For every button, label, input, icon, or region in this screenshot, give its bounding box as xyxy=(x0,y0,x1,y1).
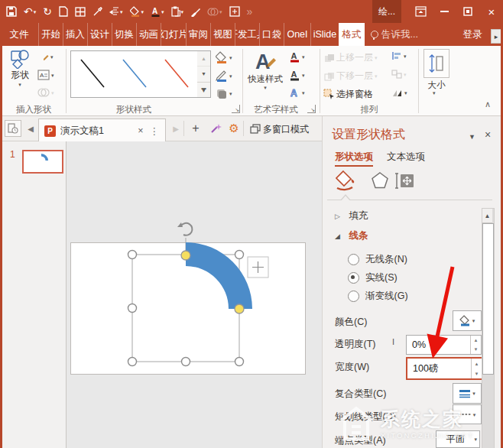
rotate-objects-button[interactable]: ▾ xyxy=(391,88,407,98)
tab-home[interactable]: 开始 xyxy=(38,23,63,46)
paste-icon[interactable]: ▾ xyxy=(171,6,184,17)
radio-no-line[interactable] xyxy=(348,254,359,265)
effects-icon[interactable] xyxy=(371,171,389,192)
tab-view[interactable]: 视图 xyxy=(210,23,235,46)
tab-developer[interactable]: 开发工具 xyxy=(235,23,259,46)
radio-solid-line[interactable] xyxy=(348,272,359,284)
gallery-more-icon[interactable]: ▬▼ xyxy=(197,83,210,97)
tab-design[interactable]: 设计 xyxy=(87,23,112,46)
send-backward-button[interactable]: 下移一层▾ xyxy=(324,70,378,83)
document-tab[interactable]: P 演示文稿1 × ⋮ xyxy=(38,118,166,142)
multi-window-label[interactable]: 多窗口模式 xyxy=(263,123,309,136)
gallery-scroll-down-icon[interactable]: ▼ xyxy=(197,67,210,82)
qat-more-icon[interactable]: » xyxy=(247,6,253,17)
edit-shape-button[interactable]: ▾ xyxy=(37,51,54,63)
bring-forward-button[interactable]: 上移一层▾ xyxy=(324,51,378,64)
fill-and-line-icon[interactable] xyxy=(336,170,358,193)
line-color-button[interactable]: ▾ xyxy=(453,310,482,331)
tab-transitions[interactable]: 切换 xyxy=(112,23,136,46)
font-color-icon[interactable]: A▾ xyxy=(151,6,164,17)
close-button[interactable]: × xyxy=(485,5,498,18)
text-outline-button[interactable]: A▾ xyxy=(289,69,305,81)
shape-fill-button[interactable]: ▾ xyxy=(216,51,232,63)
tab-scroll-left-icon[interactable]: ◀ xyxy=(23,121,38,136)
tab-onei[interactable]: OneI xyxy=(284,23,310,46)
collapse-arrow-line-icon[interactable]: ◢ xyxy=(335,232,340,240)
gallery-scroll-up-icon[interactable]: ▲ xyxy=(197,51,210,67)
pane-menu-caret-icon[interactable]: ▼ xyxy=(469,133,475,141)
resize-handle-se[interactable] xyxy=(235,358,244,366)
resize-handle-ne[interactable] xyxy=(235,251,244,259)
tab-koudai[interactable]: 口袋 xyxy=(259,23,284,46)
text-fill-button[interactable]: A▾ xyxy=(289,50,305,63)
tab-insert[interactable]: 插入 xyxy=(63,23,87,46)
adjust-handle-start[interactable] xyxy=(181,251,190,260)
style-swatch-blue[interactable] xyxy=(113,51,155,97)
shapes-button[interactable]: 形状 ▾ xyxy=(5,49,35,87)
resize-handle-w[interactable] xyxy=(128,304,137,313)
shape-styles-dialog-launcher[interactable]: ↘ xyxy=(232,105,240,113)
shape-style-gallery[interactable] xyxy=(70,50,199,98)
document-tab-menu-icon[interactable]: ⋮ xyxy=(148,125,166,137)
tab-animations[interactable]: 动画 xyxy=(136,23,161,46)
draw-button[interactable]: 绘... xyxy=(372,0,401,23)
size-button[interactable] xyxy=(423,49,449,78)
compound-type-button[interactable]: ▾ xyxy=(453,383,482,404)
style-swatch-black[interactable] xyxy=(71,51,113,97)
width-spinbox[interactable]: 100磅 ▲▼ xyxy=(406,357,483,380)
style-swatch-orange[interactable] xyxy=(155,51,197,97)
text-box-button[interactable]: A▾ xyxy=(37,70,54,80)
adjust-handle-end[interactable] xyxy=(235,304,244,313)
pane-scrollbar[interactable]: ▲ xyxy=(482,208,495,448)
merge-shapes-icon[interactable]: ▾ xyxy=(207,8,222,16)
tab-islide[interactable]: iSlide xyxy=(310,23,339,46)
format-painter-icon[interactable] xyxy=(190,7,200,17)
pane-tab-text-options[interactable]: 文本选项 xyxy=(387,151,425,164)
scrollbar-thumb[interactable] xyxy=(482,223,494,375)
quick-styles-button[interactable]: A 快速样式 ▾ xyxy=(246,49,284,90)
undo-icon[interactable]: ↶▾ xyxy=(24,6,36,17)
wordart-dialog-launcher[interactable]: ↘ xyxy=(307,105,316,113)
multi-window-icon[interactable] xyxy=(248,121,263,136)
pane-close-icon[interactable]: × xyxy=(485,128,491,141)
eyedropper-icon[interactable] xyxy=(92,7,102,17)
fill-color-icon[interactable]: ▾ xyxy=(130,6,144,17)
size-properties-icon[interactable] xyxy=(394,172,414,192)
transparency-spinbox[interactable]: 0% ▲▼ xyxy=(406,335,482,355)
maximize-button[interactable] xyxy=(461,5,475,18)
shape-effects-button[interactable]: ▾ xyxy=(216,88,232,99)
new-tab-icon[interactable]: + xyxy=(188,121,203,136)
shape-outline-button[interactable]: ▾ xyxy=(216,70,232,82)
tell-me[interactable]: 告诉我... xyxy=(365,23,424,46)
table-icon[interactable] xyxy=(75,7,86,17)
radio-gradient-line[interactable] xyxy=(348,291,359,302)
cap-type-dropdown[interactable]: 平面 ▾ xyxy=(436,430,480,448)
settings-gear-icon[interactable]: ⚙ xyxy=(226,121,242,136)
tab-scroll-right-icon[interactable]: ▸ xyxy=(491,29,501,44)
resize-handle-sw[interactable] xyxy=(128,358,137,366)
close-document-tab-icon[interactable]: × xyxy=(133,125,148,136)
radio-solid-line-label[interactable]: 实线(S) xyxy=(365,271,398,284)
redo-icon[interactable]: ↻ xyxy=(43,6,52,17)
text-effects-button[interactable]: A▾ xyxy=(289,87,305,99)
minimize-button[interactable] xyxy=(437,5,451,18)
selection-pane-button[interactable]: 选择窗格 xyxy=(323,88,373,101)
merge-shapes-ribbon-button[interactable]: ▾ xyxy=(37,88,54,97)
section-line[interactable]: ◢ 线条 xyxy=(335,229,368,242)
ribbon-display-options-icon[interactable] xyxy=(414,5,427,18)
collapse-ribbon-icon[interactable]: ∧ xyxy=(485,99,491,109)
rotate-handle-icon[interactable] xyxy=(177,222,192,235)
align-left-icon[interactable]: ▾ xyxy=(109,7,123,16)
fit-to-window-icon[interactable] xyxy=(229,6,240,17)
transparency-slider[interactable]: I xyxy=(392,337,394,346)
align-objects-button[interactable]: ▾ xyxy=(391,51,407,60)
radio-no-line-label[interactable]: 无线条(N) xyxy=(365,253,407,266)
sign-in-button[interactable]: 登录 xyxy=(456,23,489,46)
expand-arrow-fill-icon[interactable]: ▷ xyxy=(335,213,340,220)
section-fill[interactable]: ▷ 填充 xyxy=(335,209,368,222)
dash-type-button[interactable]: ▾ xyxy=(453,404,482,424)
radio-gradient-line-label[interactable]: 渐变线(G) xyxy=(365,290,408,303)
tab-review[interactable]: 审阅 xyxy=(186,23,210,46)
magic-wand-icon[interactable] xyxy=(208,121,223,136)
tab-format[interactable]: 格式 xyxy=(339,23,365,46)
